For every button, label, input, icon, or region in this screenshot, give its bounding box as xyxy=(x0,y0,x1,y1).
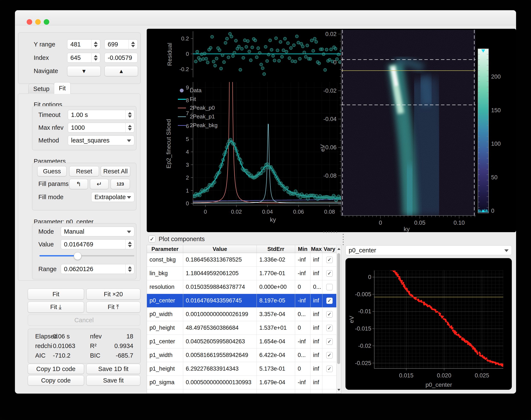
range-spinbox[interactable]: 0.0620126 xyxy=(61,264,134,274)
spinner-down-icon[interactable] xyxy=(128,115,132,118)
table-cell[interactable]: 6.422e-04 xyxy=(257,348,295,362)
table-row[interactable]: p1_height6.2922768339143435.173e-010inf✓ xyxy=(147,362,341,376)
spinner-arrows-icon[interactable] xyxy=(125,123,134,132)
spinner-down-icon[interactable] xyxy=(94,45,98,47)
copy-code-button[interactable]: Copy code xyxy=(28,375,84,386)
table-cell[interactable]: -inf xyxy=(295,267,310,280)
table-cell[interactable]: inf xyxy=(310,267,322,280)
spinner-arrows-icon[interactable] xyxy=(125,240,134,249)
navigate-up-button[interactable]: ▲ xyxy=(104,66,138,76)
table-cell[interactable]: ✓ xyxy=(322,321,337,335)
table-cell[interactable]: inf xyxy=(310,253,322,267)
table-cell[interactable]: p1_height xyxy=(147,362,183,375)
table-cell[interactable]: ✓ xyxy=(322,253,337,267)
table-cell[interactable]: p0_width xyxy=(147,308,183,321)
index-spinbox[interactable]: 645 xyxy=(67,53,100,63)
spinner-arrows-icon[interactable] xyxy=(129,40,137,49)
table-cell[interactable] xyxy=(322,376,337,389)
trend-canvas[interactable]: 0-0.005-0.01-0.015-0.02-0.0250.0150.0200… xyxy=(345,258,512,390)
table-cell[interactable]: inf xyxy=(310,335,322,348)
mode-dropdown[interactable]: Manual xyxy=(61,227,134,236)
table-cell[interactable]: 0.01503598846378774 xyxy=(183,280,257,294)
table-cell[interactable]: inf xyxy=(310,321,322,335)
table-cell[interactable]: p1_center xyxy=(147,335,183,348)
vary-checkbox[interactable]: ✓ xyxy=(326,366,333,372)
table-row[interactable]: p1_center0.040526059958042631.654e-04-in… xyxy=(147,335,341,348)
table-cell[interactable]: 0 xyxy=(295,321,310,335)
spinner-down-icon[interactable] xyxy=(128,245,132,247)
table-cell[interactable]: 0... xyxy=(310,280,322,294)
table-cell[interactable]: inf xyxy=(310,308,322,321)
table-cell[interactable]: -inf xyxy=(295,389,310,394)
plots-canvas[interactable]: 0.20-0.2Residual012345678900.020.040.060… xyxy=(147,29,516,232)
save-1d-fit-button[interactable]: Save 1D fit xyxy=(86,364,140,374)
table-row[interactable]: p1_width0.0058166195589426496.422e-040..… xyxy=(147,348,341,362)
vary-checkbox[interactable]: ✓ xyxy=(326,325,333,331)
y-range-end-spinbox[interactable]: 699 xyxy=(104,39,138,49)
fit-x20-button[interactable]: Fit ×20 xyxy=(86,289,140,300)
table-cell[interactable]: resolution xyxy=(147,280,183,294)
table-scrollbar[interactable] xyxy=(336,245,341,393)
table-cell[interactable]: inf xyxy=(310,294,322,307)
vary-checkbox[interactable]: ✓ xyxy=(326,352,333,359)
table-cell[interactable]: -inf xyxy=(295,294,310,307)
table-cell[interactable]: 1.336e-02 xyxy=(257,253,295,267)
table-row[interactable]: p0_sigma0.00050000000001309931.679e-04-i… xyxy=(147,376,341,389)
index-coordinate-field[interactable]: -0.00579 xyxy=(104,53,138,63)
tab-fit[interactable]: Fit xyxy=(54,82,71,94)
fill-123-button[interactable]: 123 xyxy=(111,179,130,189)
table-cell[interactable]: inf xyxy=(310,389,322,394)
table-cell[interactable]: 0... xyxy=(295,348,310,362)
table-cell[interactable]: -inf xyxy=(295,253,310,267)
table-cell[interactable]: 1.180449592061205 xyxy=(183,267,257,280)
table-cell[interactable]: -inf xyxy=(295,376,310,389)
max-nfev-spinbox[interactable]: 1000 xyxy=(68,123,134,133)
table-row[interactable]: p0_height48.497653603866841.537e+010inf✓ xyxy=(147,321,341,335)
table-cell[interactable]: 0.001000000000026199 xyxy=(183,308,257,321)
table-cell[interactable]: const_bkg xyxy=(147,253,183,267)
vary-checkbox[interactable]: ✓ xyxy=(326,298,333,304)
table-cell[interactable]: ✓ xyxy=(322,348,337,362)
spinner-arrows-icon[interactable] xyxy=(91,40,100,49)
value-slider-handle[interactable] xyxy=(74,252,81,260)
table-cell[interactable]: 5.173e-01 xyxy=(257,362,295,375)
table-cell[interactable] xyxy=(322,280,337,294)
table-cell[interactable]: inf xyxy=(310,376,322,389)
table-cell[interactable]: 0 xyxy=(295,280,310,294)
scroll-down-button[interactable] xyxy=(337,386,341,393)
value-spinbox[interactable]: 0.0164769 xyxy=(61,240,134,249)
table-row[interactable]: resolution0.015035988463787740.000e+0000… xyxy=(147,280,341,294)
splitter-handle-vertical[interactable] xyxy=(343,234,344,245)
spinner-up-icon[interactable] xyxy=(128,266,132,269)
table-cell[interactable] xyxy=(322,389,337,394)
vary-checkbox[interactable]: ✓ xyxy=(326,311,333,317)
vary-checkbox[interactable]: ✓ xyxy=(326,257,333,263)
y-range-start-spinbox[interactable]: 481 xyxy=(67,39,100,49)
reset-all-button[interactable]: Reset All xyxy=(101,166,130,176)
minimize-button[interactable] xyxy=(35,19,41,25)
table-cell[interactable]: 0.04052605995804263 xyxy=(183,335,257,348)
navigate-down-button[interactable]: ▼ xyxy=(67,66,101,76)
vary-checkbox[interactable]: ✓ xyxy=(326,270,333,277)
fit-down-button[interactable]: Fit ⤓ xyxy=(28,301,84,313)
table-cell[interactable]: p0_amplitude xyxy=(147,389,183,394)
table-cell[interactable]: 1.586e-03 xyxy=(257,389,295,394)
splitter-handle-horizontal[interactable] xyxy=(323,232,337,233)
table-cell[interactable]: 3.357e-04 xyxy=(257,308,295,321)
table-cell[interactable]: p1_width xyxy=(147,348,183,362)
parameter-table[interactable]: ParameterValueStdErrMinMaxVaryconst_bkg0… xyxy=(147,245,341,394)
spinner-down-icon[interactable] xyxy=(128,128,132,131)
spinner-up-icon[interactable] xyxy=(128,241,132,244)
cancel-button[interactable]: Cancel xyxy=(28,315,140,326)
table-cell[interactable]: 0.0005000000000130993 xyxy=(183,376,257,389)
fill-undo-button[interactable]: ↰ xyxy=(69,179,88,189)
table-cell[interactable]: p0_center xyxy=(147,294,183,307)
save-fit-button[interactable]: Save fit xyxy=(86,375,140,386)
table-cell[interactable]: inf xyxy=(310,348,322,362)
scroll-up-button[interactable] xyxy=(337,245,341,252)
table-row[interactable]: p0_amplitude0.076179936141121121.586e-03… xyxy=(147,389,341,394)
table-cell[interactable]: 0 xyxy=(295,362,310,375)
table-row[interactable]: lin_bkg1.1804495920612051.770e-01-infinf… xyxy=(147,267,341,280)
spinner-arrows-icon[interactable] xyxy=(125,110,134,120)
table-cell[interactable]: ✓ xyxy=(322,267,337,280)
